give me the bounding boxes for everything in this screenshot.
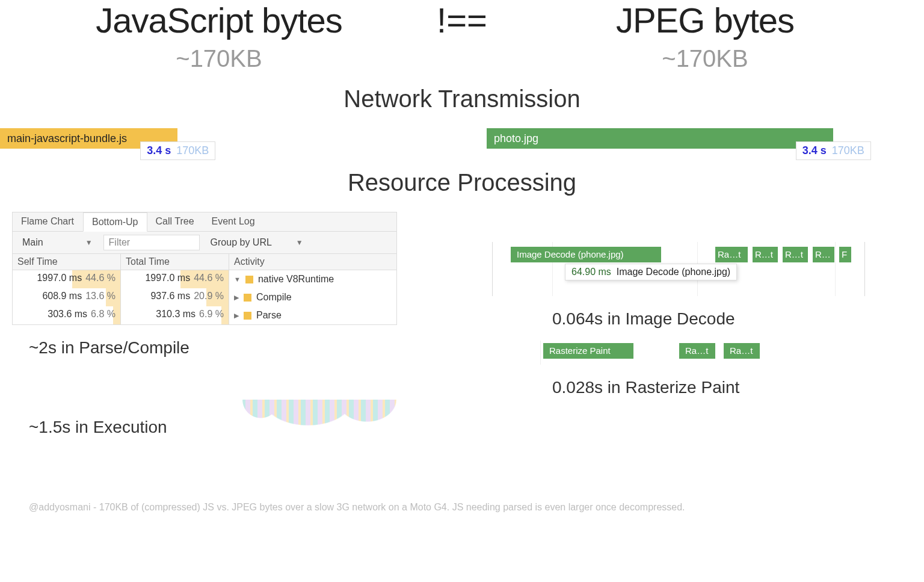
disclosure-icon[interactable]: ▶ bbox=[234, 294, 239, 302]
segment-rasterize-0: Rasterize Paint bbox=[543, 343, 633, 359]
image-decode-lane: Image Decode (phone.jpg) Ra…t R…t R…t R…… bbox=[492, 242, 865, 296]
table-row[interactable]: 1997.0 ms44.6 %1997.0 ms44.6 %▼native V8… bbox=[13, 270, 396, 288]
disclosure-icon[interactable]: ▼ bbox=[234, 276, 241, 283]
flame-chart-thumbnail bbox=[241, 400, 409, 484]
jpg-timing-badge: 3.4 s 170KB bbox=[796, 141, 871, 160]
tab-call-tree[interactable]: Call Tree bbox=[147, 212, 203, 231]
chevron-down-icon: ▼ bbox=[85, 238, 93, 247]
rasterize-lane: Rasterize Paint Ra…t Ra…t bbox=[540, 341, 829, 365]
category-swatch-icon bbox=[245, 276, 253, 283]
col-activity[interactable]: Activity bbox=[229, 254, 396, 270]
stat-parse-compile: ~2s in Parse/Compile bbox=[29, 338, 444, 358]
devtools-tabs: Flame Chart Bottom-Up Call Tree Event Lo… bbox=[13, 212, 396, 232]
processing-jpeg-col: Image Decode (phone.jpg) Ra…t R…t R…t R…… bbox=[480, 212, 912, 484]
segment-raster-4: F bbox=[839, 247, 851, 262]
section-network: Network Transmission bbox=[0, 85, 924, 113]
section-processing: Resource Processing bbox=[0, 169, 924, 196]
category-swatch-icon bbox=[244, 312, 251, 320]
activity-label: Compile bbox=[256, 292, 292, 303]
processing-js-col: Flame Chart Bottom-Up Call Tree Event Lo… bbox=[12, 212, 444, 484]
table-row[interactable]: 303.6 ms6.8 %310.3 ms6.9 %▶Parse bbox=[13, 306, 396, 324]
network-jpg-col: photo.jpg 3.4 s 170KB bbox=[480, 128, 924, 149]
jpg-bar: photo.jpg bbox=[487, 128, 833, 149]
segment-raster-1: R…t bbox=[753, 247, 778, 262]
devtools-rows: 1997.0 ms44.6 %1997.0 ms44.6 %▼native V8… bbox=[13, 270, 396, 324]
network-js-col: main-javascript-bundle.js 3.4 s 170KB bbox=[0, 128, 444, 149]
size-js: ~170KB bbox=[36, 45, 402, 72]
stat-rasterize: 0.028s in Rasterize Paint bbox=[552, 378, 912, 397]
segment-raster-0: Ra…t bbox=[715, 247, 748, 262]
not-equal: !== bbox=[402, 0, 522, 40]
footer-credit: @addyosmani - 170KB of (compressed) JS v… bbox=[0, 484, 924, 513]
tab-event-log[interactable]: Event Log bbox=[203, 212, 264, 231]
jpg-size: 170KB bbox=[832, 144, 864, 156]
heading-js: JavaScript bytes ~170KB bbox=[36, 0, 402, 72]
tooltip-label: Image Decode (phone.jpg) bbox=[617, 267, 730, 277]
jpg-time: 3.4 s bbox=[802, 144, 827, 156]
js-size: 170KB bbox=[176, 144, 209, 156]
category-swatch-icon bbox=[244, 294, 251, 302]
thread-select[interactable]: Main ▼ bbox=[17, 236, 97, 249]
segment-rasterize-1: Ra…t bbox=[679, 343, 715, 359]
segment-raster-2: R…t bbox=[783, 247, 808, 262]
js-time: 3.4 s bbox=[147, 144, 171, 156]
tab-bottom-up[interactable]: Bottom-Up bbox=[83, 212, 147, 232]
segment-rasterize-2: Ra…t bbox=[724, 343, 760, 359]
title-jpeg: JPEG bytes bbox=[522, 0, 888, 40]
col-total-time[interactable]: Total Time bbox=[121, 254, 229, 270]
image-decode-tooltip: 64.90 ms Image Decode (phone.jpg) bbox=[565, 264, 737, 280]
stat-image-decode: 0.064s in Image Decode bbox=[552, 309, 912, 329]
network-row: main-javascript-bundle.js 3.4 s 170KB ph… bbox=[0, 128, 924, 156]
devtools-columns: Self Time Total Time Activity bbox=[13, 254, 396, 270]
filter-input[interactable]: Filter bbox=[103, 235, 200, 250]
table-row[interactable]: 608.9 ms13.6 %937.6 ms20.9 %▶Compile bbox=[13, 288, 396, 306]
segment-raster-3: R… bbox=[813, 247, 834, 262]
thread-select-label: Main bbox=[22, 237, 43, 248]
heading-neq: !== bbox=[402, 0, 522, 40]
js-timing-badge: 3.4 s 170KB bbox=[140, 141, 215, 160]
group-by-select[interactable]: Group by URL ▼ bbox=[206, 236, 308, 249]
size-jpeg: ~170KB bbox=[522, 45, 888, 72]
heading-row: JavaScript bytes ~170KB !== JPEG bytes ~… bbox=[0, 0, 924, 72]
heading-jpeg: JPEG bytes ~170KB bbox=[522, 0, 888, 72]
processing-row: Flame Chart Bottom-Up Call Tree Event Lo… bbox=[0, 212, 924, 484]
group-by-label: Group by URL bbox=[211, 237, 272, 248]
devtools-panel: Flame Chart Bottom-Up Call Tree Event Lo… bbox=[12, 212, 397, 325]
activity-label: native V8Runtime bbox=[258, 274, 334, 285]
devtools-controls: Main ▼ Filter Group by URL ▼ bbox=[13, 232, 396, 254]
segment-image-decode: Image Decode (phone.jpg) bbox=[511, 247, 661, 262]
tooltip-ms: 64.90 ms bbox=[571, 267, 611, 277]
chevron-down-icon: ▼ bbox=[296, 238, 303, 247]
disclosure-icon[interactable]: ▶ bbox=[234, 312, 239, 320]
title-js: JavaScript bytes bbox=[36, 0, 402, 40]
activity-label: Parse bbox=[256, 310, 282, 321]
tab-flame-chart[interactable]: Flame Chart bbox=[13, 212, 83, 231]
col-self-time[interactable]: Self Time bbox=[13, 254, 121, 270]
